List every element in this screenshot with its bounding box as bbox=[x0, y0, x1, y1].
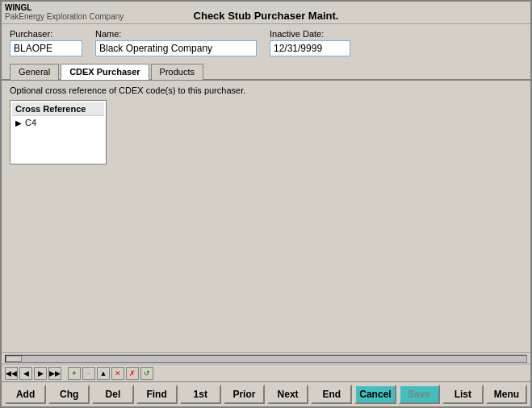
tabs-bar: General CDEX Purchaser Products bbox=[2, 63, 530, 81]
prior-button[interactable]: Prior bbox=[224, 385, 265, 404]
del-button[interactable]: Del bbox=[92, 385, 133, 404]
tab-cdex-purchaser[interactable]: CDEX Purchaser bbox=[61, 64, 149, 80]
cross-reference-box: Cross Reference ▶ C4 bbox=[10, 100, 107, 164]
end-button[interactable]: End bbox=[311, 385, 352, 404]
cross-ref-row-1: ▶ C4 bbox=[12, 116, 104, 129]
tab-products[interactable]: Products bbox=[151, 64, 203, 80]
name-field-group: Name: bbox=[95, 29, 257, 56]
scroll-track[interactable] bbox=[5, 355, 527, 363]
nav-x-button[interactable]: ✗ bbox=[126, 367, 139, 380]
inactive-date-field-group: Inactive Date: bbox=[270, 29, 350, 56]
horizontal-scrollbar[interactable] bbox=[2, 352, 530, 364]
save-button[interactable]: Save bbox=[399, 385, 440, 404]
form-area: Purchaser: Name: Inactive Date: bbox=[2, 24, 530, 63]
nav-add-button[interactable]: + bbox=[68, 367, 81, 380]
nav-redo-button[interactable]: ↺ bbox=[140, 367, 153, 380]
cross-ref-value-1: C4 bbox=[25, 118, 36, 127]
inactive-date-label: Inactive Date: bbox=[270, 29, 350, 39]
nav-prev-button[interactable]: ◀ bbox=[19, 367, 32, 380]
find-button[interactable]: Find bbox=[136, 385, 178, 404]
first-button[interactable]: 1st bbox=[180, 385, 221, 404]
scroll-thumb[interactable] bbox=[6, 356, 22, 362]
name-label: Name: bbox=[95, 29, 257, 39]
purchaser-input[interactable] bbox=[10, 40, 82, 56]
add-button[interactable]: Add bbox=[5, 385, 46, 404]
nav-del-button[interactable]: ✕ bbox=[111, 367, 124, 380]
nav-last-button[interactable]: ▶▶ bbox=[48, 367, 61, 380]
next-button[interactable]: Next bbox=[267, 385, 308, 404]
cancel-button[interactable]: Cancel bbox=[354, 385, 396, 404]
cross-ref-header: Cross Reference bbox=[12, 102, 104, 116]
tab-content-area: Optional cross reference of CDEX code(s)… bbox=[2, 81, 530, 352]
nav-controls-bar: ◀◀ ◀ ▶ ▶▶ + − ▲ ✕ ✗ ↺ bbox=[2, 364, 530, 381]
form-row: Purchaser: Name: Inactive Date: bbox=[10, 29, 522, 56]
main-window: WINGL PakEnergy Exploration Company Chec… bbox=[0, 0, 532, 408]
row-arrow-icon: ▶ bbox=[15, 119, 22, 127]
nav-up-button[interactable]: ▲ bbox=[97, 367, 110, 380]
list-button[interactable]: List bbox=[442, 385, 484, 404]
nav-first-button[interactable]: ◀◀ bbox=[5, 367, 18, 380]
title-bar: WINGL PakEnergy Exploration Company Chec… bbox=[2, 2, 530, 24]
chg-button[interactable]: Chg bbox=[48, 385, 90, 404]
menu-button[interactable]: Menu bbox=[486, 385, 527, 404]
nav-next-button[interactable]: ▶ bbox=[34, 367, 47, 380]
purchaser-field-group: Purchaser: bbox=[10, 29, 82, 56]
tab-description: Optional cross reference of CDEX code(s)… bbox=[10, 85, 522, 95]
name-input[interactable] bbox=[95, 40, 257, 56]
action-bar: Add Chg Del Find 1st Prior Next End Canc… bbox=[2, 381, 530, 406]
inactive-date-input[interactable] bbox=[270, 40, 350, 56]
tab-general[interactable]: General bbox=[10, 64, 59, 80]
purchaser-label: Purchaser: bbox=[10, 29, 82, 39]
nav-minus-button[interactable]: − bbox=[82, 367, 95, 380]
